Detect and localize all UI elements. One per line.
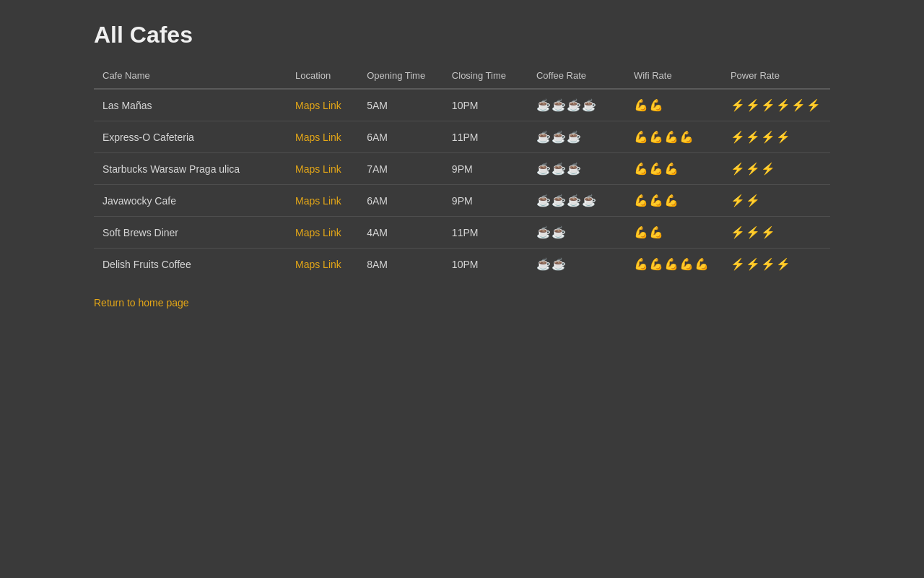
table-row: Express-O CafeteriaMaps Link6AM11PM☕☕☕💪💪… xyxy=(94,121,830,153)
wifi-rate-cell: 💪💪 xyxy=(625,89,722,121)
power-rate-cell: ⚡⚡⚡ xyxy=(722,217,830,249)
location-cell[interactable]: Maps Link xyxy=(287,185,358,217)
location-cell[interactable]: Maps Link xyxy=(287,249,358,280)
wifi-rate-icons: 💪💪 xyxy=(634,99,664,111)
wifi-rate-cell: 💪💪💪 xyxy=(625,185,722,217)
closing-time-cell: 11PM xyxy=(443,121,528,153)
wifi-rate-cell: 💪💪💪💪 xyxy=(625,121,722,153)
closing-time-cell: 11PM xyxy=(443,217,528,249)
cafe-name-cell: Javawocky Cafe xyxy=(94,185,287,217)
cafe-name-cell: Soft Brews Diner xyxy=(94,217,287,249)
col-header-closing-time: Closing Time xyxy=(443,63,528,89)
opening-time-cell: 4AM xyxy=(358,217,443,249)
location-cell[interactable]: Maps Link xyxy=(287,89,358,121)
col-header-power-rate: Power Rate xyxy=(722,63,830,89)
table-body: Las MañasMaps Link5AM10PM☕☕☕☕💪💪⚡⚡⚡⚡⚡⚡Exp… xyxy=(94,89,830,280)
table-row: Javawocky CafeMaps Link6AM9PM☕☕☕☕💪💪💪⚡⚡ xyxy=(94,185,830,217)
closing-time-cell: 9PM xyxy=(443,153,528,185)
opening-time-cell: 7AM xyxy=(358,153,443,185)
col-header-wifi-rate: Wifi Rate xyxy=(625,63,722,89)
col-header-cafe-name: Cafe Name xyxy=(94,63,287,89)
location-cell[interactable]: Maps Link xyxy=(287,121,358,153)
coffee-rate-icons: ☕☕ xyxy=(536,258,567,270)
page-title: All Cafes xyxy=(94,22,830,48)
table-row: Las MañasMaps Link5AM10PM☕☕☕☕💪💪⚡⚡⚡⚡⚡⚡ xyxy=(94,89,830,121)
opening-time-cell: 8AM xyxy=(358,249,443,280)
maps-link[interactable]: Maps Link xyxy=(295,131,341,143)
cafe-name-cell: Express-O Cafeteria xyxy=(94,121,287,153)
return-home-link[interactable]: Return to home page xyxy=(94,297,189,309)
location-cell[interactable]: Maps Link xyxy=(287,153,358,185)
table-row: Soft Brews DinerMaps Link4AM11PM☕☕💪💪⚡⚡⚡ xyxy=(94,217,830,249)
power-rate-cell: ⚡⚡⚡ xyxy=(722,153,830,185)
power-rate-cell: ⚡⚡⚡⚡ xyxy=(722,249,830,280)
col-header-opening-time: Opening Time xyxy=(358,63,443,89)
col-header-coffee-rate: Coffee Rate xyxy=(528,63,625,89)
maps-link[interactable]: Maps Link xyxy=(295,100,341,111)
cafe-name-cell: Delish Fruits Coffee xyxy=(94,249,287,280)
maps-link[interactable]: Maps Link xyxy=(295,227,341,238)
opening-time-cell: 6AM xyxy=(358,185,443,217)
coffee-rate-icons: ☕☕ xyxy=(536,226,567,238)
cafes-table-wrapper: Cafe Name Location Opening Time Closing … xyxy=(94,63,830,280)
power-rate-icons: ⚡⚡⚡⚡ xyxy=(731,131,791,143)
opening-time-cell: 6AM xyxy=(358,121,443,153)
power-rate-cell: ⚡⚡⚡⚡⚡⚡ xyxy=(722,89,830,121)
coffee-rate-icons: ☕☕☕ xyxy=(536,163,582,175)
location-cell[interactable]: Maps Link xyxy=(287,217,358,249)
closing-time-cell: 10PM xyxy=(443,89,528,121)
power-rate-icons: ⚡⚡⚡ xyxy=(731,163,776,175)
power-rate-icons: ⚡⚡⚡ xyxy=(731,226,776,238)
wifi-rate-cell: 💪💪 xyxy=(625,217,722,249)
coffee-rate-icons: ☕☕☕☕ xyxy=(536,99,597,111)
wifi-rate-icons: 💪💪💪 xyxy=(634,163,679,175)
power-rate-icons: ⚡⚡⚡⚡⚡⚡ xyxy=(731,99,821,111)
power-rate-cell: ⚡⚡⚡⚡ xyxy=(722,121,830,153)
table-row: Starbucks Warsaw Praga ulicaMaps Link7AM… xyxy=(94,153,830,185)
maps-link[interactable]: Maps Link xyxy=(295,195,341,207)
header-row: Cafe Name Location Opening Time Closing … xyxy=(94,63,830,89)
page-container: All Cafes Cafe Name Location Opening Tim… xyxy=(0,0,924,330)
table-header: Cafe Name Location Opening Time Closing … xyxy=(94,63,830,89)
coffee-rate-cell: ☕☕ xyxy=(528,217,625,249)
coffee-rate-cell: ☕☕ xyxy=(528,249,625,280)
maps-link[interactable]: Maps Link xyxy=(295,163,341,175)
coffee-rate-cell: ☕☕☕☕ xyxy=(528,89,625,121)
cafes-table: Cafe Name Location Opening Time Closing … xyxy=(94,63,830,280)
wifi-rate-cell: 💪💪💪💪💪 xyxy=(625,249,722,280)
coffee-rate-cell: ☕☕☕☕ xyxy=(528,185,625,217)
maps-link[interactable]: Maps Link xyxy=(295,259,341,270)
power-rate-icons: ⚡⚡⚡⚡ xyxy=(731,258,791,270)
closing-time-cell: 9PM xyxy=(443,185,528,217)
coffee-rate-cell: ☕☕☕ xyxy=(528,153,625,185)
wifi-rate-icons: 💪💪 xyxy=(634,226,664,238)
wifi-rate-icons: 💪💪💪💪 xyxy=(634,131,694,143)
wifi-rate-icons: 💪💪💪💪💪 xyxy=(634,258,710,270)
cafe-name-cell: Starbucks Warsaw Praga ulica xyxy=(94,153,287,185)
coffee-rate-icons: ☕☕☕☕ xyxy=(536,194,597,207)
coffee-rate-cell: ☕☕☕ xyxy=(528,121,625,153)
coffee-rate-icons: ☕☕☕ xyxy=(536,131,582,143)
closing-time-cell: 10PM xyxy=(443,249,528,280)
opening-time-cell: 5AM xyxy=(358,89,443,121)
power-rate-icons: ⚡⚡ xyxy=(731,194,761,207)
wifi-rate-icons: 💪💪💪 xyxy=(634,194,679,207)
col-header-location: Location xyxy=(287,63,358,89)
wifi-rate-cell: 💪💪💪 xyxy=(625,153,722,185)
power-rate-cell: ⚡⚡ xyxy=(722,185,830,217)
table-row: Delish Fruits CoffeeMaps Link8AM10PM☕☕💪💪… xyxy=(94,249,830,280)
cafe-name-cell: Las Mañas xyxy=(94,89,287,121)
